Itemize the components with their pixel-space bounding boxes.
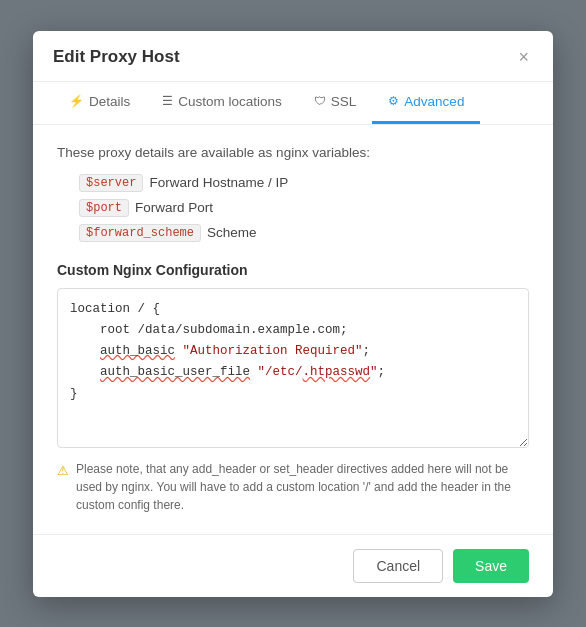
code-line-5: } (70, 384, 516, 405)
tab-bar: ⚡ Details ☰ Custom locations 🛡 SSL ⚙ Adv… (33, 82, 553, 125)
variable-item-port: $port Forward Port (79, 199, 529, 217)
tab-custom-locations[interactable]: ☰ Custom locations (146, 82, 298, 124)
config-section-title: Custom Nginx Configuration (57, 262, 529, 278)
cancel-button[interactable]: Cancel (353, 549, 443, 583)
warning-icon: ⚠ (57, 461, 69, 481)
tab-advanced-label: Advanced (404, 94, 464, 109)
tab-ssl-label: SSL (331, 94, 357, 109)
nginx-config-editor[interactable]: location / { root /data/subdomain.exampl… (57, 288, 529, 448)
warning-box: ⚠ Please note, that any add_header or se… (57, 460, 529, 514)
tab-advanced[interactable]: ⚙ Advanced (372, 82, 480, 124)
ssl-icon: 🛡 (314, 94, 326, 108)
server-badge: $server (79, 174, 143, 192)
details-icon: ⚡ (69, 94, 84, 108)
forward-scheme-badge: $forward_scheme (79, 224, 201, 242)
forward-scheme-description: Scheme (207, 225, 257, 240)
variable-item-server: $server Forward Hostname / IP (79, 174, 529, 192)
port-badge: $port (79, 199, 129, 217)
modal-title: Edit Proxy Host (53, 47, 180, 67)
code-line-3: auth_basic "Authorization Required"; (70, 341, 516, 362)
port-description: Forward Port (135, 200, 213, 215)
modal-overlay: Edit Proxy Host × ⚡ Details ☰ Custom loc… (0, 0, 586, 627)
code-line-2: root /data/subdomain.example.com; (70, 320, 516, 341)
variable-item-forward-scheme: $forward_scheme Scheme (79, 224, 529, 242)
modal-body: These proxy details are available as ngi… (33, 125, 553, 534)
tab-ssl[interactable]: 🛡 SSL (298, 82, 373, 124)
warning-text: Please note, that any add_header or set_… (76, 460, 529, 514)
tab-details-label: Details (89, 94, 130, 109)
code-line-1: location / { (70, 299, 516, 320)
close-button[interactable]: × (514, 48, 533, 66)
server-description: Forward Hostname / IP (149, 175, 288, 190)
info-text: These proxy details are available as ngi… (57, 145, 529, 160)
edit-proxy-host-modal: Edit Proxy Host × ⚡ Details ☰ Custom loc… (33, 31, 553, 597)
code-line-4: auth_basic_user_file "/etc/.htpasswd"; (70, 362, 516, 383)
save-button[interactable]: Save (453, 549, 529, 583)
tab-custom-locations-label: Custom locations (178, 94, 282, 109)
custom-locations-icon: ☰ (162, 94, 173, 108)
tab-details[interactable]: ⚡ Details (53, 82, 146, 124)
advanced-icon: ⚙ (388, 94, 399, 108)
modal-header: Edit Proxy Host × (33, 31, 553, 82)
variables-list: $server Forward Hostname / IP $port Forw… (57, 174, 529, 242)
modal-footer: Cancel Save (33, 534, 553, 597)
